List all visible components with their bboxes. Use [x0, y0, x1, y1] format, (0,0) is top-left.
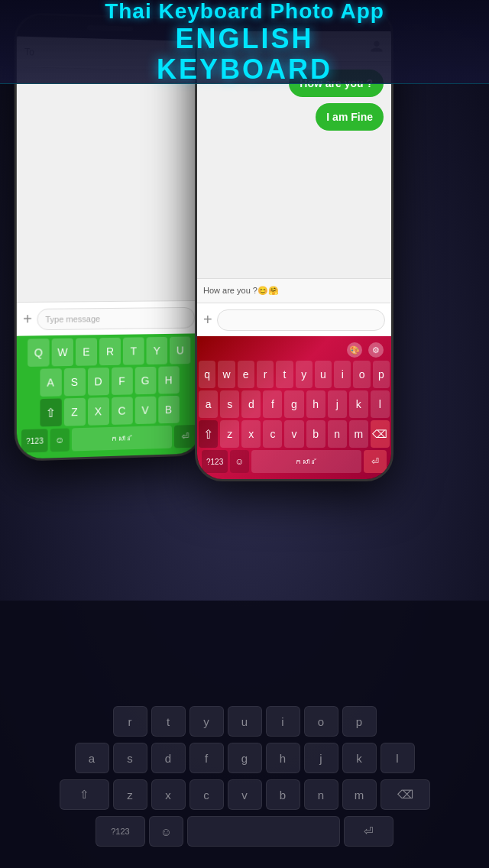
left-plus-icon[interactable]: +: [23, 310, 32, 328]
right-key-m[interactable]: m: [349, 420, 368, 448]
left-key-e[interactable]: E: [76, 338, 97, 366]
left-enter-key[interactable]: ⏎: [174, 425, 196, 449]
right-key-g[interactable]: g: [284, 390, 303, 418]
right-enter-key[interactable]: ⏎: [364, 450, 387, 473]
background-keyboard-area: r t y u i o p a s d f g h j k l ⇧ z x c …: [0, 601, 489, 868]
left-key-v[interactable]: V: [134, 397, 156, 425]
left-key-f[interactable]: F: [111, 367, 132, 395]
right-key-y[interactable]: y: [296, 361, 313, 388]
left-keyboard[interactable]: Q W E R T Y U A S D F G H ⇧: [17, 333, 201, 458]
right-palette-icon[interactable]: 🎨: [347, 342, 362, 358]
bg-key-num: ?123: [96, 816, 145, 847]
left-key-shift[interactable]: ⇧: [40, 398, 61, 426]
right-num-key[interactable]: ?123: [202, 450, 228, 473]
left-key-y[interactable]: Y: [147, 337, 168, 364]
left-kb-row-2: A S D F G H: [18, 366, 199, 397]
bg-key-c: c: [189, 779, 224, 810]
right-key-i[interactable]: i: [334, 361, 351, 388]
bg-keyboard-row-3: ⇧ z x c v b n m ⌫: [60, 779, 430, 810]
left-key-d[interactable]: D: [88, 368, 109, 396]
bg-key-n: n: [304, 779, 338, 810]
left-key-c[interactable]: C: [111, 397, 132, 425]
left-key-b[interactable]: B: [158, 396, 179, 423]
right-key-shift[interactable]: ⇧: [199, 420, 218, 448]
right-key-f[interactable]: f: [263, 390, 282, 418]
subtitle-line1: ENGLISH: [175, 24, 313, 54]
left-key-h[interactable]: H: [158, 366, 179, 394]
left-smile-key[interactable]: ☺: [50, 428, 70, 452]
bg-key-enter: ⏎: [344, 816, 393, 847]
right-kb-toolbar: 🎨 ⚙: [199, 339, 390, 361]
bg-key-z: z: [113, 779, 147, 810]
bg-key-shift: ⇧: [60, 779, 109, 810]
right-predictive-bar[interactable]: How are you ?😊🤗: [197, 278, 391, 303]
app-container: Thai Keyboard Photo App ENGLISH KEYBOARD…: [0, 0, 489, 868]
bg-key-o: o: [304, 706, 338, 737]
right-key-t[interactable]: t: [276, 361, 293, 388]
right-key-c[interactable]: c: [263, 420, 282, 448]
right-type-message[interactable]: [217, 309, 385, 331]
right-key-o[interactable]: o: [353, 361, 370, 388]
right-key-l[interactable]: l: [371, 390, 390, 418]
left-key-x[interactable]: X: [88, 397, 109, 426]
right-key-x[interactable]: x: [241, 420, 261, 448]
bg-key-y: y: [189, 706, 224, 737]
right-key-backspace[interactable]: ⌫: [371, 420, 390, 448]
left-msg-input-bar: + Type message: [17, 300, 201, 336]
right-key-e[interactable]: e: [238, 361, 254, 388]
right-predictive-text: How are you ?😊🤗: [203, 286, 279, 296]
left-key-s[interactable]: S: [63, 368, 85, 397]
bg-key-d: d: [151, 743, 186, 773]
left-key-g[interactable]: G: [134, 367, 156, 394]
left-key-u[interactable]: U: [170, 336, 190, 364]
right-key-j[interactable]: j: [328, 390, 347, 418]
bg-key-smile: ☺: [149, 816, 183, 847]
bg-key-r: r: [113, 706, 147, 737]
left-chat-area: [17, 67, 201, 302]
right-key-u[interactable]: u: [315, 361, 332, 388]
left-key-w[interactable]: W: [52, 338, 73, 367]
bg-key-l: l: [381, 743, 415, 773]
right-key-n[interactable]: n: [328, 420, 347, 448]
left-kb-row-3: ⇧ Z X C V B: [18, 395, 199, 427]
right-key-v[interactable]: v: [284, 420, 303, 448]
bg-key-b: b: [266, 779, 300, 810]
left-type-message[interactable]: Type message: [37, 306, 195, 329]
right-plus-icon[interactable]: +: [203, 311, 212, 329]
right-kb-row-2: a s d f g h j k l: [199, 390, 390, 418]
left-kb-bottom-row: ?123 ☺ កសាន័ ⏎: [18, 425, 199, 456]
right-key-p[interactable]: p: [373, 361, 390, 388]
right-kb-bottom-row: ?123 ☺ កសាន័ ⏎: [199, 450, 390, 476]
header: Thai Keyboard Photo App ENGLISH KEYBOARD: [0, 0, 489, 84]
left-kb-row-1: Q W E R T Y U: [18, 336, 199, 367]
right-key-h[interactable]: h: [306, 390, 325, 418]
right-key-b[interactable]: b: [306, 420, 325, 448]
right-key-z[interactable]: z: [220, 420, 239, 448]
right-key-k[interactable]: k: [349, 390, 368, 418]
right-chat-area: How are you ? I am Fine: [197, 62, 391, 278]
right-keyboard[interactable]: 🎨 ⚙ q w e r t y u i o p a s: [197, 336, 391, 479]
right-smile-key[interactable]: ☺: [230, 450, 248, 473]
bg-key-m: m: [342, 779, 377, 810]
right-settings-icon[interactable]: ⚙: [368, 342, 384, 358]
left-type-placeholder: Type message: [45, 314, 100, 324]
right-key-d[interactable]: d: [241, 390, 261, 418]
left-key-z[interactable]: Z: [63, 398, 85, 426]
bg-key-s: s: [113, 743, 147, 773]
right-space-key[interactable]: កសាន័: [251, 450, 361, 473]
bg-keyboard-row-4: ?123 ☺ ⏎: [96, 816, 393, 847]
right-key-r[interactable]: r: [257, 361, 274, 388]
bg-key-v: v: [228, 779, 262, 810]
left-key-a[interactable]: A: [40, 368, 61, 397]
left-num-key[interactable]: ?123: [21, 429, 48, 452]
right-key-q[interactable]: q: [199, 361, 215, 388]
bg-key-t: t: [151, 706, 186, 737]
left-key-r[interactable]: R: [99, 338, 121, 365]
left-space-key[interactable]: កសាន័: [71, 426, 172, 452]
right-key-s[interactable]: s: [220, 390, 239, 418]
left-key-q[interactable]: Q: [28, 338, 49, 367]
right-key-a[interactable]: a: [199, 390, 218, 418]
right-key-w[interactable]: w: [218, 361, 235, 388]
bg-key-i: i: [266, 706, 300, 737]
left-key-t[interactable]: T: [123, 337, 144, 364]
